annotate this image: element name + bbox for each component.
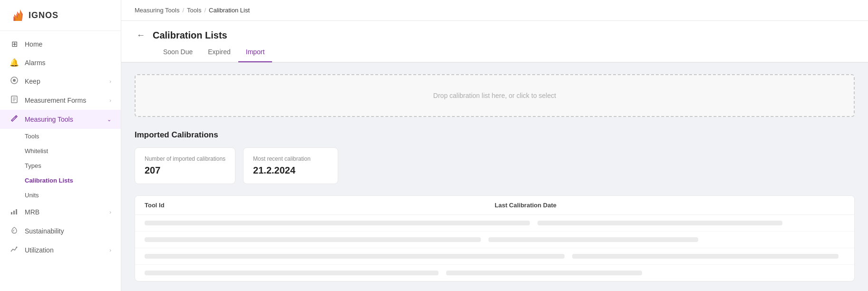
sub-item-label: Calibration Lists (25, 177, 73, 184)
sidebar-item-home[interactable]: ⊞ Home (0, 35, 121, 53)
table-row (135, 215, 854, 232)
chevron-down-icon: ⌄ (107, 116, 111, 123)
utilization-icon (10, 245, 19, 255)
sub-item-label: Tools (25, 133, 39, 140)
chevron-right-icon: › (109, 209, 111, 215)
sustainability-icon (10, 226, 19, 236)
page-header: ← Calibration Lists (121, 21, 868, 42)
breadcrumb-sep-2: / (204, 7, 206, 14)
breadcrumb-part-3: Calibration List (209, 7, 250, 14)
sidebar-item-label: Home (25, 40, 111, 48)
tabs-bar: Soon Due Expired Import (121, 42, 868, 62)
chevron-right-icon: › (109, 78, 111, 84)
home-icon: ⊞ (10, 39, 19, 48)
sidebar-nav: ⊞ Home 🔔 Alarms Keep › (0, 31, 121, 291)
sidebar-item-sustainability[interactable]: Sustainability (0, 222, 121, 241)
chevron-right-icon: › (109, 247, 111, 253)
skeleton-bar (145, 221, 530, 225)
keep-icon (10, 77, 19, 86)
stat-card-count: Number of imported calibrations 207 (135, 147, 235, 184)
imported-calibrations-section: Imported Calibrations Number of imported… (135, 130, 855, 281)
stats-row: Number of imported calibrations 207 Most… (135, 147, 855, 184)
breadcrumb: Measuring Tools / Tools / Calibration Li… (121, 0, 868, 21)
skeleton-bar (145, 254, 565, 259)
sidebar-item-keep[interactable]: Keep › (0, 72, 121, 91)
sub-item-label: Units (25, 192, 39, 199)
sidebar-item-calibration-lists[interactable]: Calibration Lists (0, 173, 121, 188)
table-row (135, 248, 854, 265)
drop-zone-text: Drop calibration list here, or click to … (433, 92, 556, 99)
table-row (135, 232, 854, 248)
sidebar-item-label: Sustainability (25, 227, 111, 235)
bell-icon: 🔔 (10, 58, 19, 67)
svg-rect-10 (11, 212, 12, 214)
svg-point-13 (16, 247, 18, 248)
logo-text: IGNOS (29, 10, 59, 20)
sidebar-item-units[interactable]: Units (0, 188, 121, 203)
sub-item-label: Whitelist (25, 147, 48, 155)
stat-value-recent: 21.2.2024 (253, 165, 328, 176)
svg-rect-11 (13, 211, 15, 214)
calibrations-table: Tool Id Last Calibration Date (135, 195, 855, 281)
sidebar-item-utilization[interactable]: Utilization › (0, 241, 121, 260)
content-area: Drop calibration list here, or click to … (121, 63, 868, 291)
sidebar-item-label: Measuring Tools (25, 116, 101, 123)
tab-import[interactable]: Import (238, 42, 273, 62)
back-button[interactable]: ← (135, 29, 147, 42)
forms-icon (10, 96, 19, 105)
skeleton-bar (488, 237, 699, 242)
logo: IGNOS (0, 0, 121, 31)
sidebar-item-label: MRB (25, 208, 104, 216)
page-title: Calibration Lists (153, 30, 227, 41)
breadcrumb-part-2[interactable]: Tools (187, 7, 201, 14)
table-header: Tool Id Last Calibration Date (135, 196, 854, 215)
sidebar-item-label: Utilization (25, 246, 104, 254)
skeleton-bar (537, 221, 782, 225)
breadcrumb-part-1[interactable]: Measuring Tools (135, 7, 179, 14)
stat-label-recent: Most recent calibration (253, 155, 328, 162)
measuring-tools-icon (10, 115, 19, 124)
svg-point-4 (13, 79, 16, 82)
sub-item-label: Types (25, 162, 41, 169)
section-title: Imported Calibrations (135, 130, 855, 140)
col-header-tool-id: Tool Id (145, 202, 495, 209)
sidebar-item-mrb[interactable]: MRB › (0, 203, 121, 222)
sidebar-item-measuring-tools[interactable]: Measuring Tools ⌄ (0, 110, 121, 129)
sidebar: IGNOS ⊞ Home 🔔 Alarms Keep › (0, 0, 121, 291)
skeleton-bar (145, 271, 439, 275)
sidebar-item-whitelist[interactable]: Whitelist (0, 144, 121, 158)
sidebar-item-measurement-forms[interactable]: Measurement Forms › (0, 91, 121, 110)
stat-card-recent: Most recent calibration 21.2.2024 (243, 147, 338, 184)
main-content: Measuring Tools / Tools / Calibration Li… (121, 0, 868, 291)
mrb-icon (10, 207, 19, 217)
chevron-right-icon: › (109, 97, 111, 103)
measuring-tools-subnav: Tools Whitelist Types Calibration Lists … (0, 129, 121, 203)
sidebar-item-label: Alarms (25, 59, 111, 67)
breadcrumb-sep-1: / (182, 7, 184, 14)
svg-line-9 (15, 116, 16, 117)
col-header-last-calibration: Last Calibration Date (495, 202, 845, 209)
skeleton-bar (572, 254, 838, 259)
sidebar-item-label: Keep (25, 78, 104, 85)
tab-soon-due[interactable]: Soon Due (156, 42, 200, 62)
stat-value-count: 207 (145, 165, 225, 176)
sidebar-item-types[interactable]: Types (0, 158, 121, 173)
sidebar-item-tools[interactable]: Tools (0, 129, 121, 144)
skeleton-bar (145, 237, 481, 242)
skeleton-bar (446, 271, 642, 275)
svg-rect-12 (16, 209, 17, 214)
stat-label-count: Number of imported calibrations (145, 155, 225, 162)
sidebar-item-alarms[interactable]: 🔔 Alarms (0, 53, 121, 72)
sidebar-item-label: Measurement Forms (25, 97, 104, 104)
logo-icon (10, 8, 25, 23)
table-row (135, 265, 854, 281)
drop-zone[interactable]: Drop calibration list here, or click to … (135, 74, 855, 117)
tab-expired[interactable]: Expired (200, 42, 238, 62)
